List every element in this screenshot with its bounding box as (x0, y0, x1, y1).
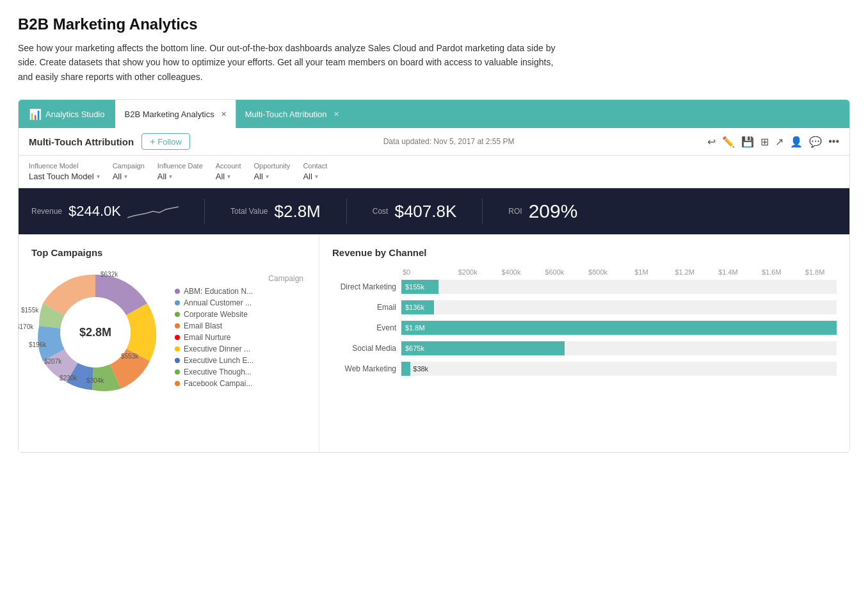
campaign-select[interactable]: All ▾ (113, 172, 145, 181)
legend-item: ABM: Education N... (175, 287, 306, 296)
chat-icon[interactable]: 💬 (809, 136, 822, 148)
influence-date-chevron: ▾ (169, 173, 172, 180)
legend-dot (175, 346, 180, 352)
donut-label-230k: $230k (60, 375, 77, 382)
tab-b2b-close[interactable]: ✕ (221, 110, 227, 118)
save-icon[interactable]: 💾 (741, 136, 754, 148)
analytics-studio-tab[interactable]: 📊 Analytics Studio (19, 100, 115, 128)
share-icon[interactable]: ↗ (775, 136, 784, 148)
bar-rows: Direct Marketing$155kEmail$136kEvent$1.8… (332, 280, 837, 376)
campaign-label: Campaign (113, 162, 145, 170)
follow-label: Follow (157, 137, 182, 147)
legend-label: Email Nurture (184, 333, 230, 342)
legend-label: Executive Dinner ... (184, 344, 250, 353)
legend-dot (175, 323, 180, 328)
axis-label: $1.4M (707, 268, 750, 276)
top-campaigns-title: Top Campaigns (31, 247, 306, 258)
opportunity-label: Opportunity (254, 162, 291, 170)
filter-contact: Contact All ▾ (303, 162, 327, 181)
bar-label: Social Media (332, 344, 396, 353)
bar-row: Event$1.8M (332, 321, 837, 335)
legend-label: Email Blast (184, 321, 222, 330)
bar-track: $1.8M (401, 321, 837, 335)
action-icons: ↩ ✏️ 💾 ⊞ ↗ 👤 💬 ••• (707, 136, 839, 148)
bar-chart: $0$200k$400k$600k$800k$1M$1.2M$1.4M$1.6M… (332, 268, 837, 376)
account-select[interactable]: All ▾ (216, 172, 241, 181)
top-campaigns-panel: Top Campaigns (19, 234, 319, 452)
bar-label: Direct Marketing (332, 282, 396, 291)
bar-value: $675k (405, 344, 424, 352)
campaign-chevron: ▾ (124, 173, 127, 180)
revenue-stat: Revenue $244.0K (31, 202, 179, 221)
campaign-legend: Campaign ABM: Education N...Annual Custo… (175, 274, 306, 391)
bar-row: Social Media$675k (332, 341, 837, 355)
contact-label: Contact (303, 162, 327, 170)
influence-model-select[interactable]: Last Touch Model ▾ (29, 172, 100, 181)
contact-chevron: ▾ (315, 173, 318, 180)
tab-multi-touch-label: Multi-Touch Attribution (245, 109, 327, 119)
donut-label-170k: $170k (18, 323, 33, 330)
legend-label: Executive Lunch E... (184, 356, 253, 365)
tab-bar: 📊 Analytics Studio B2B Marketing Analyti… (19, 100, 849, 128)
tab-multi-touch[interactable]: Multi-Touch Attribution ✕ (236, 100, 348, 128)
total-value-stat: Total Value $2.8M (230, 202, 321, 222)
account-value: All (216, 172, 225, 181)
axis-label: $400k (490, 268, 533, 276)
tab-multi-touch-close[interactable]: ✕ (334, 110, 339, 118)
bar-fill: $155k (401, 280, 438, 294)
filter-opportunity: Opportunity All ▾ (254, 162, 291, 181)
revenue-by-channel-panel: Revenue by Channel $0$200k$400k$600k$800… (319, 234, 849, 452)
bar-fill: $136k (401, 300, 434, 314)
filter-influence-date: Influence Date All ▾ (157, 162, 203, 181)
account-chevron: ▾ (227, 173, 230, 180)
donut-label-632k: $632k (100, 271, 118, 278)
content-area: Top Campaigns (19, 234, 849, 452)
tab-b2b-marketing[interactable]: B2B Marketing Analytics ✕ (115, 100, 236, 128)
filters-bar: Influence Model Last Touch Model ▾ Campa… (19, 156, 849, 188)
legend-dot (175, 358, 180, 363)
roi-stat: ROI 209% (508, 200, 577, 222)
influence-date-value: All (157, 172, 166, 181)
influence-date-label: Influence Date (157, 162, 203, 170)
tab-b2b-label: B2B Marketing Analytics (125, 109, 214, 119)
bar-value: $155k (405, 283, 424, 291)
legend-dot (175, 369, 180, 375)
legend-label: Annual Customer ... (184, 298, 252, 307)
action-bar: Multi-Touch Attribution + Follow Data up… (19, 128, 849, 156)
axis-label: $200k (446, 268, 490, 276)
bar-fill: $1.8M (401, 321, 837, 335)
bar-value: $1.8M (405, 324, 425, 332)
revenue-value: $244.0K (68, 203, 121, 220)
cost-label: Cost (373, 207, 389, 216)
bar-chart-axis: $0$200k$400k$600k$800k$1M$1.2M$1.4M$1.6M… (403, 268, 837, 276)
report-title: Multi-Touch Attribution (29, 136, 134, 147)
legend-item: Executive Lunch E... (175, 356, 306, 365)
follow-button[interactable]: + Follow (141, 133, 190, 150)
donut-label-304k: $304k (86, 377, 104, 384)
legend-dot (175, 300, 180, 305)
table-icon[interactable]: ⊞ (760, 136, 769, 148)
undo-icon[interactable]: ↩ (707, 136, 716, 148)
donut-container: $2.8M $632k $155k $170k $196k $207k $230… (31, 268, 306, 396)
page-description: See how your marketing affects the botto… (18, 41, 568, 84)
cost-value: $407.8K (394, 202, 456, 222)
account-label: Account (216, 162, 241, 170)
user-icon[interactable]: 👤 (790, 136, 803, 148)
stats-bar: Revenue $244.0K Total Value $2.8M Cost $… (19, 188, 849, 234)
legend-item: Email Blast (175, 321, 306, 330)
more-icon[interactable]: ••• (828, 136, 839, 147)
legend-item: Corporate Website (175, 310, 306, 319)
opportunity-select[interactable]: All ▾ (254, 172, 291, 181)
bar-row: Email$136k (332, 300, 837, 314)
total-value-label: Total Value (230, 207, 268, 216)
revenue-by-channel-title: Revenue by Channel (332, 247, 837, 258)
legend-header: Campaign (175, 274, 306, 283)
analytics-icon: 📊 (29, 108, 42, 120)
contact-value: All (303, 172, 312, 181)
contact-select[interactable]: All ▾ (303, 172, 327, 181)
axis-label: $0 (403, 268, 446, 276)
influence-date-select[interactable]: All ▾ (157, 172, 203, 181)
edit-icon[interactable]: ✏️ (722, 136, 735, 148)
filter-account: Account All ▾ (216, 162, 241, 181)
bar-track: $136k (401, 300, 837, 314)
